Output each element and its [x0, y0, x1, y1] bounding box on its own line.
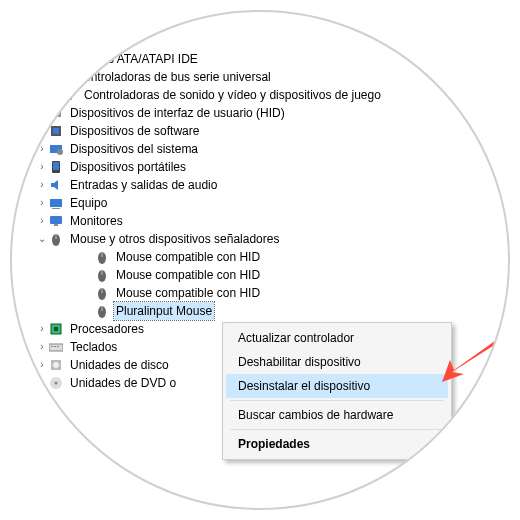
mouse-icon: [94, 303, 110, 319]
menu-item[interactable]: Actualizar controlador: [226, 326, 448, 350]
computer-icon: [48, 195, 64, 211]
audio-icon: [48, 177, 64, 193]
tree-node[interactable]: Equipo: [22, 194, 498, 212]
chevron-closed-icon[interactable]: [36, 212, 48, 230]
tree-node[interactable]: Pluralinput Mouse: [22, 302, 498, 320]
chevron-closed-icon[interactable]: [36, 356, 48, 374]
printer-icon: [62, 33, 78, 49]
tree-node-label: doras ATA/ATAPI IDE: [82, 50, 200, 68]
ide-icon: [62, 51, 78, 67]
chevron-closed-icon[interactable]: [36, 374, 48, 392]
usb-icon: [62, 69, 78, 85]
tree-node[interactable]: ontroladoras de bus serie universal: [22, 68, 498, 86]
tree-node-label: Equipo: [68, 194, 109, 212]
menu-separator: [230, 429, 444, 430]
chevron-closed-icon[interactable]: [50, 32, 62, 50]
tree-node-label: Dispositivos portátiles: [68, 158, 188, 176]
tree-node[interactable]: Mouse compatible con HID: [22, 284, 498, 302]
mouse-icon: [94, 249, 110, 265]
tree-node[interactable]: doras ATA/ATAPI IDE: [22, 50, 498, 68]
tree-node-label: presión: [82, 32, 125, 50]
keyboard-icon: [48, 339, 64, 355]
menu-item[interactable]: Deshabilitar dispositivo: [226, 350, 448, 374]
menu-item[interactable]: Buscar cambios de hardware: [226, 403, 448, 427]
chevron-closed-icon[interactable]: [36, 320, 48, 338]
chevron-closed-icon[interactable]: [36, 122, 48, 140]
tree-node-label: Mouse compatible con HID: [114, 266, 262, 284]
tree-node[interactable]: Mouse compatible con HID: [22, 248, 498, 266]
tree-node-label: Mouse compatible con HID: [114, 248, 262, 266]
tree-node-label: Dispositivos de software: [68, 122, 201, 140]
disk-icon: [48, 357, 64, 373]
tree-node[interactable]: Controladoras de sonido y vídeo y dispos…: [22, 86, 498, 104]
menu-separator: [230, 400, 444, 401]
tree-node-label: ontroladoras de bus serie universal: [82, 68, 273, 86]
tree-node-label: Pluralinput Mouse: [114, 302, 214, 320]
chevron-closed-icon[interactable]: [36, 194, 48, 212]
sound-icon: [62, 87, 78, 103]
tree-node-label: Mouse compatible con HID: [114, 284, 262, 302]
mouse-icon: [94, 285, 110, 301]
menu-item[interactable]: Desinstalar el dispositivo: [226, 374, 448, 398]
tree-node-label: Dispositivos de interfaz de usuario (HID…: [68, 104, 287, 122]
tree-node[interactable]: Mouse compatible con HID: [22, 266, 498, 284]
tree-node[interactable]: Dispositivos de interfaz de usuario (HID…: [22, 104, 498, 122]
tree-node[interactable]: presión: [22, 32, 498, 50]
monitor-icon: [48, 213, 64, 229]
mouse-icon: [94, 267, 110, 283]
hid-icon: [48, 105, 64, 121]
menu-item[interactable]: Propiedades: [226, 432, 448, 456]
tree-node-label: Unidades de disco: [68, 356, 171, 374]
system-icon: [48, 141, 64, 157]
tree-node-label: Teclados: [68, 338, 119, 356]
tree-node[interactable]: Dispositivos del sistema: [22, 140, 498, 158]
tree-node-label: Dispositivos del sistema: [68, 140, 200, 158]
tree-node[interactable]: Dispositivos de software: [22, 122, 498, 140]
tree-node[interactable]: Dispositivos portátiles: [22, 158, 498, 176]
portable-icon: [48, 159, 64, 175]
dvd-icon: [48, 375, 64, 391]
chevron-closed-icon[interactable]: [50, 68, 62, 86]
tree-node-label: Entradas y salidas de audio: [68, 176, 219, 194]
tree-node[interactable]: Monitores: [22, 212, 498, 230]
tree-node-label: Mouse y otros dispositivos señaladores: [68, 230, 281, 248]
chevron-closed-icon[interactable]: [36, 338, 48, 356]
chevron-open-icon[interactable]: [36, 230, 48, 248]
mouse-icon: [48, 231, 64, 247]
software-icon: [48, 123, 64, 139]
cpu-icon: [48, 321, 64, 337]
chevron-closed-icon[interactable]: [36, 176, 48, 194]
tree-node-label: Unidades de DVD o: [68, 374, 178, 392]
context-menu: Actualizar controladorDeshabilitar dispo…: [222, 322, 452, 460]
tree-node[interactable]: Entradas y salidas de audio: [22, 176, 498, 194]
tree-node[interactable]: Mouse y otros dispositivos señaladores: [22, 230, 498, 248]
tree-node-label: Procesadores: [68, 320, 146, 338]
tree-node-label: Controladoras de sonido y vídeo y dispos…: [82, 86, 383, 104]
chevron-closed-icon[interactable]: [50, 86, 62, 104]
chevron-closed-icon[interactable]: [36, 104, 48, 122]
chevron-closed-icon[interactable]: [36, 158, 48, 176]
chevron-closed-icon[interactable]: [36, 140, 48, 158]
tree-node-label: Monitores: [68, 212, 125, 230]
chevron-closed-icon[interactable]: [50, 50, 62, 68]
